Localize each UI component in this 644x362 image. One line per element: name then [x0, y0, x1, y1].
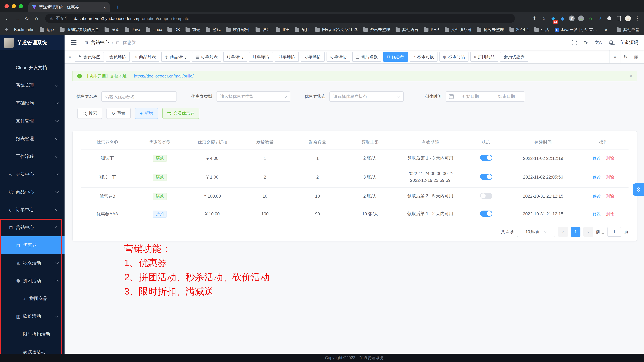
tab-item[interactable]: 会员优惠券	[500, 52, 528, 62]
home-icon[interactable]: ⌂	[32, 16, 41, 21]
zoom-window-button[interactable]	[19, 4, 23, 9]
bookmark-item[interactable]: B Java开发 | 小组首…	[554, 27, 597, 33]
bookmark-item[interactable]: 文件服务器	[444, 27, 472, 33]
sidebar-item[interactable]: 基础设施	[0, 94, 64, 112]
bookmark-item[interactable]: 项目	[295, 27, 310, 33]
address-bar[interactable]: ⚠ 不安全 dashboard-vue3.yudao.iocoder.cn/pr…	[45, 14, 515, 23]
sidebar-item[interactable]: ○ 拼团商品	[0, 290, 64, 307]
add-button[interactable]: + 新增	[135, 108, 158, 119]
delete-link[interactable]: 删除	[606, 156, 614, 161]
bookmark-item[interactable]: 2014-4	[509, 27, 529, 33]
sidebar-item[interactable]: 报表管理	[0, 130, 64, 148]
back-icon[interactable]: ←	[2, 16, 12, 21]
tab-item[interactable]: 订单详情	[326, 52, 350, 62]
bookmark-item[interactable]: 软件/硬件	[226, 27, 250, 33]
extension-icon[interactable]: ◆ 12	[548, 12, 558, 25]
tab-item[interactable]: ▢ 售后退款	[352, 52, 381, 62]
bookmark-item[interactable]: IDE	[276, 27, 290, 33]
sidebar-item[interactable]: 支付管理	[0, 112, 64, 130]
tab-close-icon[interactable]: ×	[103, 5, 106, 10]
fullscreen-icon[interactable]	[572, 40, 576, 45]
bookmark-item[interactable]: 近期需要读的文章	[60, 27, 99, 33]
reload-icon[interactable]: ↻	[22, 15, 32, 22]
sidebar-item[interactable]: 工作流程	[0, 148, 64, 165]
menu-collapse-icon[interactable]	[71, 40, 76, 45]
bookmark-item[interactable]: 运营	[40, 27, 54, 33]
notification-bell-icon[interactable]	[609, 40, 613, 45]
tab-item[interactable]: ⊡ 优惠券	[383, 52, 408, 62]
notice-link[interactable]: https://doc.iocoder.cn/mall/build/	[134, 74, 194, 79]
date-range-picker[interactable]: 开始日期 – 结束日期	[446, 91, 525, 102]
tab-item[interactable]: ○ 拼团商品	[470, 52, 498, 62]
share-icon[interactable]: ↥	[530, 12, 539, 25]
sidebar-item[interactable]: 限时折扣活动	[0, 325, 64, 343]
sidebar-item[interactable]: ℮ 订单中心	[0, 201, 64, 219]
tab-item[interactable]: 订单详情	[249, 52, 273, 62]
layout-grid-icon[interactable]: ▦	[631, 50, 642, 64]
url-text[interactable]: dashboard-vue3.yudao.iocoder.cn/promotio…	[74, 16, 190, 21]
sidebar-item[interactable]: ∞ 会员中心	[0, 165, 64, 183]
forward-icon[interactable]: →	[12, 16, 22, 21]
tab-item[interactable]: 订单详情	[223, 52, 247, 62]
coupon-type-select[interactable]: 请选择优惠券类型	[216, 91, 290, 102]
extension-icon[interactable]	[614, 12, 623, 25]
extension-icon[interactable]: »	[595, 12, 605, 25]
tab-item[interactable]: ◔ 秒杀时段	[410, 52, 438, 62]
extension-icon[interactable]: ◆	[558, 12, 567, 25]
bookmark-item[interactable]: Linux	[146, 27, 162, 33]
prev-page-button[interactable]: ‹	[558, 227, 568, 237]
status-toggle[interactable]	[480, 174, 492, 180]
bookmark-item[interactable]: Java	[125, 27, 140, 33]
tab-item[interactable]: ○ 商品列表	[132, 52, 160, 62]
search-button[interactable]: 搜索	[78, 108, 102, 119]
sidebar-item[interactable]: ⊞ 营销中心	[0, 219, 64, 236]
close-icon[interactable]: ×	[630, 73, 632, 79]
edit-link[interactable]: 修改	[593, 175, 601, 180]
tab-item[interactable]: 订单详情	[300, 52, 324, 62]
status-toggle[interactable]	[480, 193, 492, 199]
bookmark-item[interactable]: 其他语言	[396, 27, 418, 33]
tab-item[interactable]: ⚑ 会员标签	[75, 52, 104, 62]
other-bookmarks[interactable]: 其他书签	[616, 27, 640, 33]
coupon-name-input[interactable]	[101, 91, 177, 102]
delete-link[interactable]: 删除	[606, 211, 614, 216]
delete-link[interactable]: 删除	[606, 194, 614, 199]
bookmark-item[interactable]: 网站/博客/文章/工具	[315, 27, 358, 33]
goto-page-input[interactable]	[607, 227, 622, 237]
close-window-button[interactable]	[4, 4, 9, 9]
bookmark-item[interactable]: 生活	[534, 27, 549, 33]
current-page-button[interactable]: 1	[571, 227, 580, 237]
tab-item[interactable]: 订单详情	[275, 52, 298, 62]
sidebar-item[interactable]: ▥ 砍价活动	[0, 307, 64, 325]
bookmarks-overflow-icon[interactable]: »	[605, 28, 607, 32]
tab-item[interactable]: ▤ 订单列表	[192, 52, 221, 62]
sidebar-item[interactable]: Cloud 开发文档	[0, 59, 64, 77]
status-toggle[interactable]	[480, 155, 492, 161]
edit-link[interactable]: 修改	[593, 156, 601, 161]
bookmark-item[interactable]: 设计	[256, 27, 270, 33]
extension-icon[interactable]: ⌘	[567, 12, 576, 25]
reset-button[interactable]: ↻ 重置	[106, 108, 131, 119]
edit-link[interactable]: 修改	[593, 194, 601, 199]
language-icon[interactable]: 文A	[595, 40, 602, 46]
bookmark-item[interactable]: 资讯未整理	[363, 27, 390, 33]
edit-link[interactable]: 修改	[593, 211, 601, 216]
extension-icon[interactable]: ☺	[623, 12, 633, 25]
font-size-icon[interactable]: Tr	[584, 40, 588, 45]
bookmark-item[interactable]: PHP	[424, 27, 439, 33]
bookmark-item[interactable]: 游戏	[206, 27, 221, 33]
bookmark-star-icon[interactable]: ☆	[539, 12, 548, 25]
settings-fab[interactable]: ⚙	[633, 183, 644, 196]
breadcrumb-item[interactable]: 营销中心	[91, 40, 109, 46]
sidebar-item[interactable]: 系统管理	[0, 77, 64, 94]
minimize-window-button[interactable]	[12, 4, 16, 9]
tags-scroll-left-icon[interactable]: «	[67, 54, 73, 60]
member-coupon-button[interactable]: 会员优惠券	[162, 108, 200, 119]
tab-item[interactable]: ◍ 秒杀商品	[440, 52, 468, 62]
refresh-icon[interactable]: ↻	[620, 50, 631, 64]
tab-item[interactable]: ◎ 商品详情	[161, 52, 190, 62]
tags-scroll-right-icon[interactable]: »	[610, 50, 620, 64]
sidebar-item[interactable]: ♙ 秒杀活动	[0, 254, 64, 272]
bookmark-item[interactable]: 前端	[186, 27, 200, 33]
sidebar-item[interactable]: Ⓟ 商品中心	[0, 183, 64, 201]
